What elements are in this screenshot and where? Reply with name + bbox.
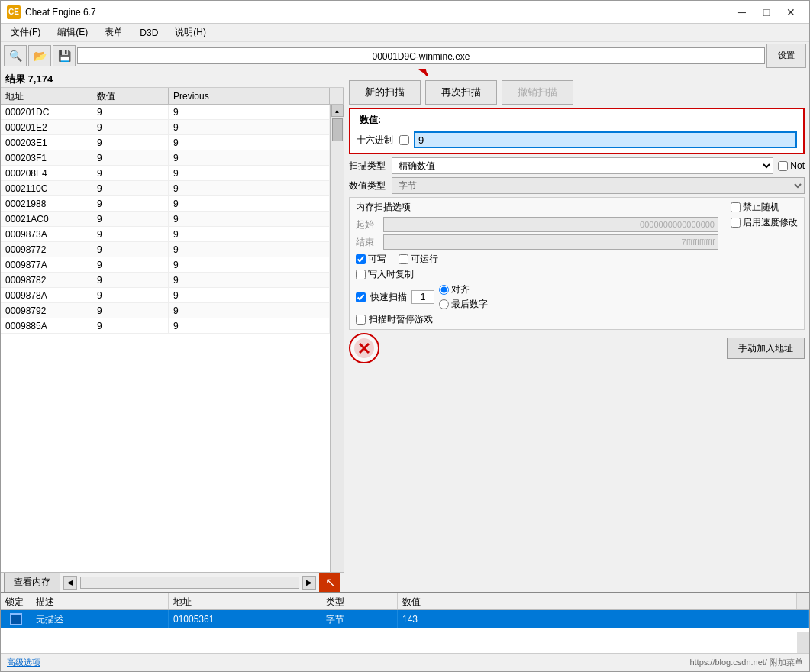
list-addr: 0009877A <box>1 257 92 272</box>
list-item[interactable]: 000203E1 9 9 <box>1 135 330 150</box>
horizontal-scrollbar[interactable] <box>80 577 299 589</box>
view-memory-button[interactable]: 查看内存 <box>4 573 60 593</box>
list-bottom-bar: 查看内存 ◀ ▶ ↖ <box>1 572 344 592</box>
close-button[interactable]: ✕ <box>779 3 803 21</box>
list-prev: 9 <box>169 288 330 302</box>
list-prev: 9 <box>169 257 330 272</box>
val-type-row: 数值类型 字节 <box>349 177 805 194</box>
list-val: 9 <box>92 288 169 302</box>
scan-type-label: 扫描类型 <box>349 160 387 173</box>
maximize-button[interactable]: □ <box>754 3 779 21</box>
pointer-button[interactable]: ↖ <box>319 573 340 592</box>
scan-type-select[interactable]: 精确数值 <box>392 157 773 174</box>
disable-random-label: 禁止随机 <box>743 201 779 214</box>
header-val: 数值 <box>398 593 797 609</box>
writable-checkbox[interactable] <box>356 254 366 264</box>
manual-add-button[interactable]: 手动加入地址 <box>727 338 805 359</box>
list-item[interactable]: 0009877A 9 9 <box>1 257 330 273</box>
start-label: 起始 <box>356 218 379 231</box>
list-item[interactable]: 000201E2 9 9 <box>1 120 330 135</box>
list-item[interactable]: 000203F1 9 9 <box>1 150 330 166</box>
val-cell: 143 <box>398 610 809 628</box>
list-header: 地址 数值 Previous <box>1 88 344 105</box>
window-controls: ─ □ ✕ <box>730 3 803 21</box>
list-prev: 9 <box>169 150 330 165</box>
list-item[interactable]: 000208E4 9 9 <box>1 166 330 181</box>
open-file-button[interactable]: 📂 <box>28 45 51 66</box>
list-val: 9 <box>92 120 169 134</box>
list-addr: 0009873A <box>1 227 92 241</box>
not-checkbox[interactable] <box>778 161 788 171</box>
val-type-select[interactable]: 字节 <box>392 177 805 194</box>
right-panel: 新的扫描 再次扫描 撤销扫描 数值: 十六进制 扫描类型 精确数值 <box>344 69 809 592</box>
enable-fast-modify-label: 启用速度修改 <box>743 216 798 229</box>
list-item[interactable]: 00098782 9 9 <box>1 273 330 288</box>
scroll-up-button[interactable]: ▲ <box>331 105 344 117</box>
copy-on-write-checkbox[interactable] <box>356 270 366 279</box>
save-button[interactable]: 💾 <box>53 45 76 66</box>
list-item[interactable]: 00098792 9 9 <box>1 303 330 318</box>
last-digit-radio[interactable] <box>439 299 449 309</box>
pause-game-checkbox[interactable] <box>356 315 366 325</box>
list-item[interactable]: 0009885A 9 9 <box>1 318 330 334</box>
align-radio[interactable] <box>439 285 449 295</box>
list-val: 9 <box>92 181 169 195</box>
process-name: 00001D9C-winmine.exe <box>77 47 765 64</box>
list-item[interactable]: 00021AC0 9 9 <box>1 212 330 227</box>
title-bar: CE Cheat Engine 6.7 ─ □ ✕ <box>1 1 809 24</box>
stop-button[interactable] <box>349 333 379 363</box>
executable-checkbox[interactable] <box>399 254 408 264</box>
list-item[interactable]: 0009873A 9 9 <box>1 227 330 242</box>
addr-cell: 01005361 <box>169 610 321 628</box>
list-item[interactable]: 0002110C 9 9 <box>1 181 330 196</box>
scan-value-row: 十六进制 <box>357 131 797 148</box>
list-val: 9 <box>92 318 169 333</box>
list-addr: 00021AC0 <box>1 212 92 226</box>
scroll-right-button[interactable]: ▶ <box>302 576 316 590</box>
list-item[interactable]: 00098772 9 9 <box>1 242 330 257</box>
status-left[interactable]: 高级选项 <box>7 657 40 668</box>
header-address: 地址 <box>1 88 92 104</box>
list-prev: 9 <box>169 166 330 180</box>
bottom-table: 锁定 描述 地址 类型 数值 无描述 01005361 字节 143 <box>1 592 809 653</box>
memory-scan-options: 内存扫描选项 起始 结束 可写 <box>349 197 805 330</box>
start-address-input[interactable] <box>383 217 718 232</box>
list-prev: 9 <box>169 242 330 257</box>
list-val: 9 <box>92 257 169 272</box>
right-options: 禁止随机 启用速度修改 <box>731 201 798 229</box>
list-addr: 000201E2 <box>1 120 92 134</box>
value-label: 数值: <box>360 114 381 127</box>
menu-edit[interactable]: 编辑(E) <box>50 24 95 41</box>
list-item[interactable]: 00021988 9 9 <box>1 196 330 212</box>
disable-random-checkbox[interactable] <box>731 202 741 212</box>
list-item[interactable]: 000201DC 9 9 <box>1 105 330 120</box>
fast-scan-checkbox[interactable] <box>356 292 366 302</box>
end-address-input[interactable] <box>383 234 718 250</box>
fast-scan-number[interactable] <box>411 290 434 304</box>
menu-help[interactable]: 说明(H) <box>168 24 213 41</box>
minimize-button[interactable]: ─ <box>730 3 754 21</box>
settings-button[interactable]: 设置 <box>766 44 806 68</box>
list-scrollbar[interactable]: ▲ <box>330 105 344 572</box>
bottom-rows: 无描述 01005361 字节 143 <box>1 610 809 632</box>
menu-d3d[interactable]: D3D <box>133 25 165 40</box>
menu-table[interactable]: 表单 <box>98 24 130 41</box>
open-process-button[interactable]: 🔍 <box>4 45 27 66</box>
cancel-scan-button[interactable]: 撤销扫描 <box>502 80 573 105</box>
list-item[interactable]: 0009878A 9 9 <box>1 288 330 303</box>
results-list[interactable]: 000201DC 9 9 000201E2 9 9 000203E1 9 9 0… <box>1 105 330 572</box>
menu-file[interactable]: 文件(F) <box>4 24 47 41</box>
list-val: 9 <box>92 303 169 318</box>
not-checkbox-row: Not <box>778 160 805 171</box>
table-row[interactable]: 无描述 01005361 字节 143 <box>1 610 809 628</box>
list-addr: 000203F1 <box>1 150 92 165</box>
list-val: 9 <box>92 212 169 226</box>
scan-value-input[interactable] <box>414 131 797 148</box>
lock-checkbox-display[interactable] <box>10 613 22 625</box>
enable-fast-modify-checkbox[interactable] <box>731 218 741 228</box>
hex-checkbox[interactable] <box>399 135 409 145</box>
scroll-left-button[interactable]: ◀ <box>63 576 77 590</box>
value-label-row: 数值: <box>357 114 797 127</box>
scroll-thumb[interactable] <box>332 118 343 141</box>
scan-buttons-row: 新的扫描 再次扫描 撤销扫描 <box>349 80 805 105</box>
